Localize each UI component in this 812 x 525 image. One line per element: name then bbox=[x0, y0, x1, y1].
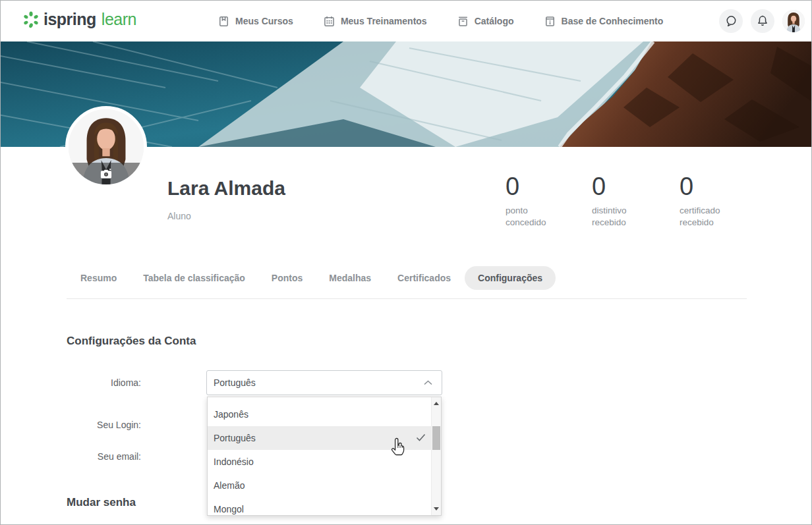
login-label: Seu Login: bbox=[67, 420, 141, 430]
profile-tabs: Resumo Tabela de classificação Pontos Me… bbox=[80, 266, 543, 290]
logo-text: ispring bbox=[44, 10, 96, 29]
account-settings-title: Configurações da Conta bbox=[67, 335, 196, 348]
info-book-icon bbox=[544, 16, 556, 27]
email-label: Seu email: bbox=[67, 451, 141, 462]
book-icon bbox=[218, 16, 229, 27]
profile-name: Lara Almada bbox=[167, 177, 285, 200]
stat-value: 0 bbox=[592, 173, 664, 200]
language-label: Idioma: bbox=[67, 377, 141, 388]
tab-pontos[interactable]: Pontos bbox=[272, 266, 303, 290]
option-label: Português bbox=[214, 433, 256, 443]
nav-item-label: Meus Treinamentos bbox=[341, 16, 427, 26]
brand-logo[interactable]: ispringlearn bbox=[22, 10, 136, 29]
calendar-icon bbox=[324, 16, 335, 27]
stat-points: 0 ponto concedido bbox=[506, 173, 578, 228]
app-window: ispringlearn Meus Cursos bbox=[0, 0, 812, 525]
language-dropdown: Japonês Português Indonésio Alemão Mongo… bbox=[207, 397, 442, 516]
tab-medalhas[interactable]: Medalhas bbox=[329, 266, 371, 290]
language-select[interactable]: Português bbox=[206, 370, 442, 395]
language-select-value: Português bbox=[214, 377, 424, 388]
option-alemao[interactable]: Alemão bbox=[208, 474, 431, 497]
chevron-up-icon bbox=[424, 380, 432, 385]
tab-certificados[interactable]: Certificados bbox=[397, 266, 451, 290]
option-portugues[interactable]: Português bbox=[208, 426, 431, 450]
scroll-up-arrow-icon[interactable] bbox=[434, 402, 439, 405]
chat-icon bbox=[724, 14, 738, 28]
stat-badges: 0 distintivo recebido bbox=[592, 173, 664, 228]
tabs-divider bbox=[67, 298, 747, 299]
stat-label: certificado recebido bbox=[680, 205, 735, 228]
scroll-down-arrow-icon[interactable] bbox=[434, 507, 439, 511]
nav-item-meus-cursos[interactable]: Meus Cursos bbox=[218, 16, 293, 27]
option-japones[interactable]: Japonês bbox=[208, 402, 431, 426]
ispring-burst-icon bbox=[22, 11, 40, 28]
main-nav: Meus Cursos Meus Treinamentos bbox=[218, 1, 663, 41]
stat-label: distintivo recebido bbox=[592, 205, 647, 228]
profile-role: Aluno bbox=[167, 211, 191, 221]
nav-item-label: Meus Cursos bbox=[235, 16, 293, 26]
language-options-list: Japonês Português Indonésio Alemão Mongo… bbox=[208, 397, 431, 516]
camera-icon bbox=[99, 168, 113, 180]
stat-label: ponto concedido bbox=[506, 205, 561, 228]
dropdown-scrollbar[interactable] bbox=[431, 397, 441, 515]
bell-icon bbox=[755, 14, 770, 28]
user-avatar[interactable] bbox=[782, 10, 805, 32]
option-indonesio[interactable]: Indonésio bbox=[208, 450, 431, 474]
nav-item-label: Catálogo bbox=[475, 16, 514, 26]
check-icon bbox=[416, 433, 426, 441]
option-mongol[interactable]: Mongol bbox=[208, 497, 431, 516]
nav-item-base-de-conhecimento[interactable]: Base de Conhecimento bbox=[544, 16, 664, 27]
top-navigation-bar: ispringlearn Meus Cursos bbox=[1, 1, 811, 41]
tab-configuracoes[interactable]: Configurações bbox=[465, 266, 556, 290]
stat-value: 0 bbox=[506, 173, 578, 200]
nav-item-label: Base de Conhecimento bbox=[562, 16, 664, 26]
chat-button[interactable] bbox=[719, 9, 743, 33]
profile-photo[interactable] bbox=[65, 106, 147, 188]
tab-resumo[interactable]: Resumo bbox=[80, 266, 117, 290]
nav-item-meus-treinamentos[interactable]: Meus Treinamentos bbox=[324, 16, 427, 27]
notifications-button[interactable] bbox=[751, 9, 774, 33]
topbar-actions bbox=[719, 9, 805, 33]
logo-accent-text: learn bbox=[102, 10, 136, 29]
scrollbar-thumb[interactable] bbox=[432, 426, 440, 450]
tab-tabela-de-classificacao[interactable]: Tabela de classificação bbox=[143, 266, 245, 290]
nav-item-catalogo[interactable]: Catálogo bbox=[457, 16, 514, 27]
stat-certificates: 0 certificado recebido bbox=[680, 173, 752, 228]
stat-value: 0 bbox=[680, 173, 752, 200]
change-password-title: Mudar senha bbox=[67, 496, 136, 509]
change-photo-overlay[interactable] bbox=[69, 163, 144, 184]
archive-box-icon bbox=[457, 16, 469, 27]
